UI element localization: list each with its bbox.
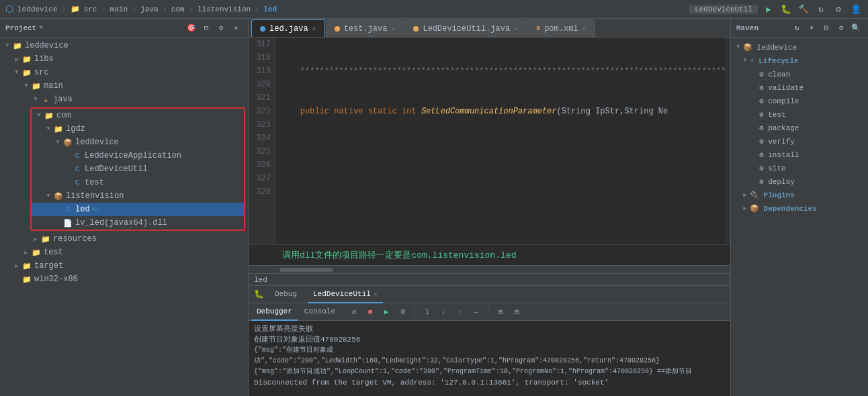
settings-button[interactable]: ⚙ bbox=[832, 3, 845, 16]
code-area[interactable]: 317 318 319 320 321 322 323 324 325 326 … bbox=[249, 38, 730, 244]
tree-item-main[interactable]: ▼ 📁 main bbox=[0, 79, 248, 93]
green-arrow-icon: ← bbox=[93, 203, 99, 215]
sync-button[interactable]: ↻ bbox=[814, 3, 828, 16]
tab-indicator bbox=[413, 26, 419, 32]
pause-button[interactable]: ⏸ bbox=[396, 305, 409, 319]
frames-button[interactable]: ⊞ bbox=[494, 305, 507, 319]
resume-button[interactable]: ▶ bbox=[380, 305, 393, 319]
step-out[interactable]: ↑ bbox=[453, 305, 466, 319]
code-annotation-area: 调用dll文件的项目路径一定要是com.listenvision.led bbox=[249, 244, 730, 265]
run-to-cursor[interactable]: → bbox=[469, 305, 482, 319]
variables-button[interactable]: ⊟ bbox=[510, 305, 523, 319]
stop-button[interactable]: ■ bbox=[363, 305, 377, 319]
maven-item-deploy[interactable]: ⚙ deploy bbox=[731, 175, 868, 188]
maven-item-plugins[interactable]: ▶ 🔌 Plugins bbox=[731, 188, 868, 201]
tree-item-resources[interactable]: ▶ 📁 resources bbox=[0, 232, 248, 246]
maven-item-lifecycle[interactable]: ▼ ⚡ Lifecycle bbox=[731, 54, 868, 67]
breadcrumb-led[interactable]: led bbox=[263, 5, 277, 13]
maven-settings[interactable]: ⚙ bbox=[834, 21, 848, 35]
tab-debugger[interactable]: Debugger bbox=[251, 303, 298, 321]
top-toolbar: ⬡ leddevice › 📁 src › main › java › com … bbox=[0, 0, 868, 19]
code-content[interactable]: ****************************************… bbox=[275, 38, 725, 244]
close-sidebar-button[interactable]: ✕ bbox=[229, 21, 243, 35]
breadcrumb-java[interactable]: java bbox=[140, 5, 158, 13]
tree-item-libs[interactable]: ▶ 📁 libs bbox=[0, 52, 248, 66]
maven-add[interactable]: + bbox=[805, 21, 818, 35]
maven-item-site[interactable]: ⚙ site bbox=[731, 161, 868, 175]
tab-close-led[interactable]: ✕ bbox=[312, 25, 316, 33]
tree-item-LedDeviceUtil[interactable]: C LedDeviceUtil bbox=[32, 162, 244, 176]
run-button[interactable]: ▶ bbox=[762, 3, 775, 16]
breadcrumb-com[interactable]: com bbox=[171, 5, 185, 13]
tree-item-lgdz[interactable]: ▼ 📁 lgdz bbox=[32, 122, 244, 136]
tab-indicator bbox=[260, 26, 265, 32]
tree-item-java[interactable]: ▼ ☕ java bbox=[0, 93, 248, 106]
maven-item-dependencies[interactable]: ▶ 📦 Dependencies bbox=[731, 201, 868, 215]
java-folder-icon: ☕ bbox=[40, 94, 51, 105]
profile-icon[interactable]: 👤 bbox=[849, 3, 863, 16]
settings-sidebar-button[interactable]: ⚙ bbox=[214, 21, 228, 35]
step-into[interactable]: ↓ bbox=[437, 305, 450, 319]
build-button[interactable]: 🔨 bbox=[797, 3, 810, 16]
maven-item-package[interactable]: ⚙ package bbox=[731, 121, 868, 134]
maven-item-test[interactable]: ⚙ test bbox=[731, 107, 868, 121]
folder-icon: 📁 bbox=[44, 110, 54, 121]
tab-close-util[interactable]: ✕ bbox=[514, 25, 518, 33]
debug-tab-bar: 🐛 Debug LedDeviceUtil ✕ bbox=[249, 286, 730, 303]
class-icon: C bbox=[72, 177, 83, 188]
scrollbar-thumb[interactable] bbox=[279, 268, 333, 272]
maven-collapse[interactable]: ⊟ bbox=[820, 21, 833, 35]
divider bbox=[415, 305, 415, 316]
tree-item-leddevice[interactable]: ▼ 📁 leddevice bbox=[0, 39, 248, 52]
maven-item-compile[interactable]: ⚙ compile bbox=[731, 94, 868, 107]
package-icon: 📦 bbox=[62, 137, 73, 148]
editor-area: led.java ✕ test.java ✕ LedDeviceUtil.jav… bbox=[249, 19, 730, 396]
breadcrumb-listenvision[interactable]: listenvision bbox=[198, 5, 251, 13]
breadcrumb-main[interactable]: main bbox=[110, 5, 128, 13]
folder-icon: 📦 bbox=[53, 191, 64, 201]
tab-console[interactable]: Console bbox=[299, 303, 341, 321]
maven-item-verify[interactable]: ⚙ verify bbox=[731, 134, 868, 148]
tab-led-java[interactable]: led.java ✕ bbox=[251, 19, 325, 37]
tab-debug[interactable]: Debug bbox=[269, 286, 302, 303]
code-line-317: ****************************************… bbox=[281, 64, 720, 78]
tab-pom-xml[interactable]: m pom.xml ✕ bbox=[527, 19, 595, 37]
code-line-319 bbox=[281, 145, 720, 158]
step-over[interactable]: ⤵ bbox=[421, 305, 434, 319]
maven-item-validate[interactable]: ⚙ validate bbox=[731, 81, 868, 94]
breadcrumb-leddevice[interactable]: leddevice bbox=[17, 5, 57, 13]
tree-item-test-class[interactable]: C test bbox=[32, 176, 244, 189]
breadcrumb-src-label[interactable]: src bbox=[84, 5, 97, 13]
maven-refresh[interactable]: ↻ bbox=[790, 21, 804, 35]
tree-item-com[interactable]: ▼ 📁 com bbox=[32, 109, 244, 122]
maven-item-clean[interactable]: ⚙ clean bbox=[731, 67, 868, 81]
tab-LedDeviceUtil-java[interactable]: LedDeviceUtil.java ✕ bbox=[404, 19, 527, 37]
dll-file-icon: 📄 bbox=[62, 217, 73, 228]
tree-item-test-dir[interactable]: ▶ 📁 test bbox=[0, 246, 248, 259]
tree-item-LeddeviceApplication[interactable]: C LeddeviceApplication bbox=[32, 149, 244, 162]
tree-item-lv-led-dll[interactable]: 📄 lv_led(javax64).dll bbox=[32, 216, 244, 230]
tab-test-java[interactable]: test.java ✕ bbox=[326, 19, 404, 37]
locate-button[interactable]: 🎯 bbox=[185, 21, 198, 35]
collapse-button[interactable]: ⊟ bbox=[200, 21, 213, 35]
rerun-button[interactable]: ↺ bbox=[347, 305, 361, 319]
tree-item-listenvision[interactable]: ▼ 📦 listenvision bbox=[32, 189, 244, 203]
project-sidebar: Project ▼ 🎯 ⊟ ⚙ ✕ ▼ 📁 leddevice ▶ 📁 libs bbox=[0, 19, 249, 396]
tab-close-test[interactable]: ✕ bbox=[391, 25, 395, 33]
xml-icon: m bbox=[536, 25, 540, 32]
tree-item-win32[interactable]: 📁 win32-x86 bbox=[0, 273, 248, 286]
tree-item-target[interactable]: ▶ 📁 target bbox=[0, 259, 248, 273]
tab-LedDeviceUtil-debug[interactable]: LedDeviceUtil ✕ bbox=[308, 286, 383, 303]
debug-button[interactable]: 🐛 bbox=[779, 3, 793, 16]
tree-item-leddevice-pkg[interactable]: ▼ 📦 leddevice bbox=[32, 136, 244, 149]
close-debug-tab[interactable]: ✕ bbox=[374, 290, 378, 298]
folder-icon: 📁 bbox=[40, 234, 51, 244]
tree-item-src[interactable]: ▼ 📁 src bbox=[0, 66, 248, 79]
maven-item-install[interactable]: ⚙ install bbox=[731, 148, 868, 161]
tree-item-led[interactable]: C led ← bbox=[32, 203, 244, 216]
maven-search[interactable]: 🔍 bbox=[849, 21, 863, 35]
class-icon: C bbox=[72, 150, 83, 161]
tab-close-pom[interactable]: ✕ bbox=[582, 25, 587, 33]
maven-item-leddevice[interactable]: ▼ 📦 leddevice bbox=[731, 40, 868, 54]
editor-scrollbar[interactable] bbox=[249, 265, 730, 273]
